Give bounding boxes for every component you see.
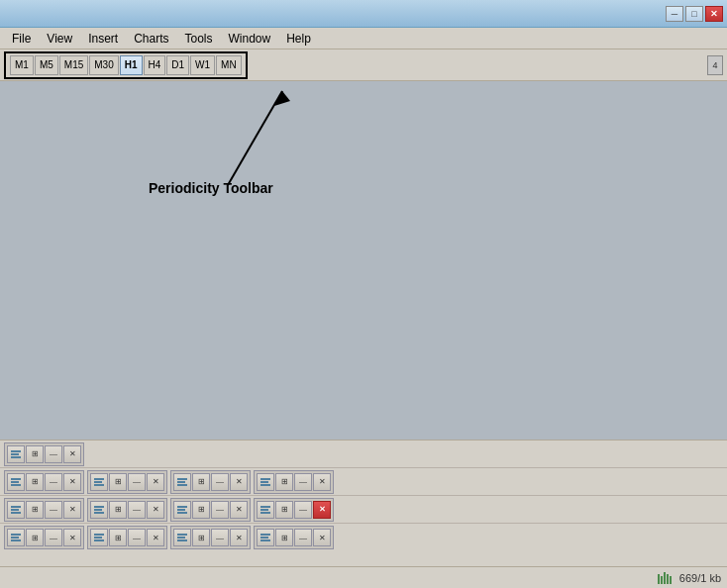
win-btn-close-3a[interactable]: ✕: [63, 529, 81, 546]
title-bar-buttons: ─ □ ✕: [666, 6, 723, 22]
menu-window[interactable]: Window: [221, 30, 279, 48]
win-btn-close-2c[interactable]: ✕: [230, 501, 248, 519]
win-btn-min-2c[interactable]: —: [211, 501, 229, 519]
win-btn-min-0[interactable]: —: [45, 445, 62, 463]
window-group-1b: ⊞ — ✕: [87, 470, 167, 494]
win-btn-chart-3b[interactable]: [90, 529, 108, 546]
win-btn-chart-1a[interactable]: [7, 473, 25, 491]
win-btn-restore-3b[interactable]: ⊞: [109, 529, 127, 546]
menu-insert[interactable]: Insert: [80, 30, 126, 48]
window-group-2b: ⊞ — ✕: [87, 498, 167, 522]
win-btn-restore-1b[interactable]: ⊞: [109, 473, 127, 491]
annotation-arrow: [154, 81, 371, 200]
win-btn-chart-1b[interactable]: [90, 473, 108, 491]
win-btn-close-3d[interactable]: ✕: [313, 529, 331, 546]
minimize-button[interactable]: ─: [666, 6, 683, 22]
window-group-1a: ⊞ — ✕: [4, 470, 84, 494]
status-size: 669/1 kb: [679, 572, 721, 584]
win-btn-min-3c[interactable]: —: [211, 529, 229, 546]
window-group-3a: ⊞ — ✕: [4, 526, 84, 549]
win-btn-restore-0[interactable]: ⊞: [26, 445, 44, 463]
svg-rect-4: [664, 572, 666, 584]
win-btn-chart-0[interactable]: [7, 445, 25, 463]
main-area: Periodicity Toolbar: [0, 81, 727, 447]
toolbar-area: M1 M5 M15 M30 H1 H4 D1 W1 MN 4: [0, 49, 727, 81]
taskbar-row-1: ⊞ — ✕ ⊞ — ✕ ⊞ — ✕ ⊞ — ✕: [0, 468, 727, 496]
scroll-indicator: 4: [707, 55, 723, 75]
period-m5[interactable]: M5: [35, 55, 58, 75]
win-btn-chart-3a[interactable]: [7, 529, 25, 546]
win-btn-min-2a[interactable]: —: [45, 501, 62, 519]
win-btn-chart-2d[interactable]: [257, 501, 274, 519]
win-btn-min-3b[interactable]: —: [128, 529, 146, 546]
taskbar-row-0: ⊞ — ✕: [0, 441, 727, 468]
win-btn-min-3a[interactable]: —: [45, 529, 62, 546]
win-btn-close-1d[interactable]: ✕: [313, 473, 331, 491]
maximize-button[interactable]: □: [685, 6, 703, 22]
win-btn-close-1a[interactable]: ✕: [63, 473, 81, 491]
svg-rect-6: [670, 576, 672, 584]
menu-help[interactable]: Help: [278, 30, 319, 48]
win-btn-chart-3c[interactable]: [173, 529, 191, 546]
win-btn-restore-3a[interactable]: ⊞: [26, 529, 44, 546]
win-btn-min-1c[interactable]: —: [211, 473, 229, 491]
win-btn-restore-2d[interactable]: ⊞: [275, 501, 293, 519]
close-button[interactable]: ✕: [705, 6, 723, 22]
period-h1[interactable]: H1: [120, 55, 143, 75]
win-btn-close-2a[interactable]: ✕: [63, 501, 81, 519]
menu-file[interactable]: File: [4, 30, 39, 48]
win-btn-chart-1d[interactable]: [257, 473, 274, 491]
win-btn-min-2b[interactable]: —: [128, 501, 146, 519]
win-btn-close-1b[interactable]: ✕: [147, 473, 164, 491]
period-m15[interactable]: M15: [59, 55, 88, 75]
win-btn-chart-3d[interactable]: [257, 529, 274, 546]
menu-view[interactable]: View: [39, 30, 80, 48]
svg-line-0: [228, 91, 282, 185]
window-group-3c: ⊞ — ✕: [170, 526, 251, 549]
period-m30[interactable]: M30: [89, 55, 118, 75]
menu-charts[interactable]: Charts: [126, 30, 176, 48]
svg-marker-1: [274, 91, 290, 106]
window-group-2a: ⊞ — ✕: [4, 498, 84, 522]
win-btn-restore-1a[interactable]: ⊞: [26, 473, 44, 491]
svg-rect-3: [661, 576, 663, 584]
taskbar-row-2: ⊞ — ✕ ⊞ — ✕ ⊞ — ✕ ⊞ — ✕: [0, 496, 727, 524]
win-btn-min-1d[interactable]: —: [294, 473, 312, 491]
window-group-1c: ⊞ — ✕: [170, 470, 251, 494]
window-group-3d: ⊞ — ✕: [254, 526, 334, 549]
win-btn-min-2d[interactable]: —: [294, 501, 312, 519]
win-btn-restore-2a[interactable]: ⊞: [26, 501, 44, 519]
periodicity-toolbar: M1 M5 M15 M30 H1 H4 D1 W1 MN: [4, 51, 248, 79]
period-h4[interactable]: H4: [144, 55, 166, 75]
title-bar: ─ □ ✕: [0, 0, 727, 28]
period-m1[interactable]: M1: [10, 55, 34, 75]
win-btn-close-2d[interactable]: ✕: [313, 501, 331, 519]
win-btn-chart-2b[interactable]: [90, 501, 108, 519]
win-btn-min-1b[interactable]: —: [128, 473, 146, 491]
win-btn-chart-1c[interactable]: [173, 473, 191, 491]
win-btn-chart-2a[interactable]: [7, 501, 25, 519]
period-mn[interactable]: MN: [216, 55, 242, 75]
win-btn-close-2b[interactable]: ✕: [147, 501, 164, 519]
win-btn-restore-1c[interactable]: ⊞: [192, 473, 210, 491]
win-btn-close-0[interactable]: ✕: [63, 445, 81, 463]
window-group-1d: ⊞ — ✕: [254, 470, 334, 494]
period-w1[interactable]: W1: [190, 55, 215, 75]
period-d1[interactable]: D1: [166, 55, 189, 75]
win-btn-restore-3c[interactable]: ⊞: [192, 529, 210, 546]
win-btn-restore-2b[interactable]: ⊞: [109, 501, 127, 519]
menu-tools[interactable]: Tools: [177, 30, 221, 48]
win-btn-chart-2c[interactable]: [173, 501, 191, 519]
win-btn-min-1a[interactable]: —: [45, 473, 62, 491]
taskbar-area: ⊞ — ✕ ⊞ — ✕ ⊞ — ✕ ⊞ — ✕ ⊞ — ✕: [0, 440, 727, 588]
window-group-2d: ⊞ — ✕: [254, 498, 334, 522]
win-btn-close-3c[interactable]: ✕: [230, 529, 248, 546]
win-btn-min-3d[interactable]: —: [294, 529, 312, 546]
win-btn-close-3b[interactable]: ✕: [147, 529, 164, 546]
svg-rect-2: [658, 574, 660, 584]
win-btn-close-1c[interactable]: ✕: [230, 473, 248, 491]
taskbar-row-3: ⊞ — ✕ ⊞ — ✕ ⊞ — ✕ ⊞ — ✕: [0, 524, 727, 551]
win-btn-restore-3d[interactable]: ⊞: [275, 529, 293, 546]
win-btn-restore-1d[interactable]: ⊞: [275, 473, 293, 491]
win-btn-restore-2c[interactable]: ⊞: [192, 501, 210, 519]
